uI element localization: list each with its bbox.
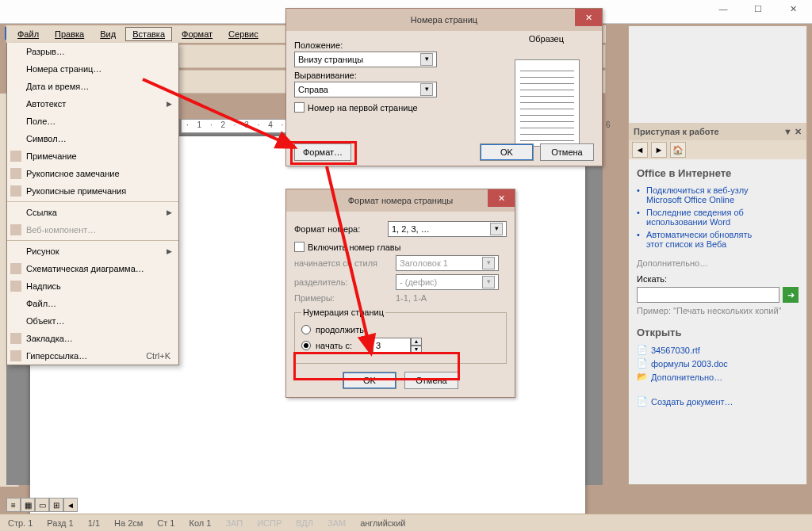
spinner-start-at[interactable]: ▲▼ — [373, 338, 422, 353]
dialog-number-format-title: Формат номера страницы ✕ — [286, 189, 515, 212]
status-line: Ст 1 — [157, 518, 174, 528]
taskpane-nav: ◄ ► 🏠 — [629, 140, 806, 159]
view-print[interactable]: ▭ — [35, 498, 49, 512]
menu-item-reference[interactable]: Ссылка▶ — [7, 204, 178, 221]
open-more[interactable]: 📂Дополнительно… — [637, 370, 799, 384]
nav-back-icon[interactable]: ◄ — [632, 142, 648, 158]
button-format[interactable]: Формат… — [294, 143, 351, 161]
value-examples: 1-1, 1-A — [396, 293, 427, 303]
label-starts-style: начинается со стиля — [294, 258, 389, 268]
label-examples: Примеры: — [294, 293, 389, 303]
group-numbering: Нумерация страниц продолжить начать с: ▲… — [294, 308, 507, 364]
view-web[interactable]: ▦ — [21, 498, 35, 512]
menu-item-field[interactable]: Поле… — [7, 113, 178, 130]
menu-item-datetime[interactable]: Дата и время… — [7, 78, 178, 95]
status-at: На 2см — [114, 518, 143, 528]
recent-file-2[interactable]: 📄формулы 2003.doc — [637, 357, 799, 370]
status-page: Стр. 1 — [8, 518, 33, 528]
taskpane-menu-icon[interactable]: ▼ — [783, 127, 792, 136]
menu-view[interactable]: Вид — [94, 28, 122, 40]
button-pn-ok[interactable]: OK — [480, 143, 534, 161]
section-open: Открыть — [637, 327, 799, 338]
menu-item-file[interactable]: Файл… — [7, 295, 178, 312]
status-col: Кол 1 — [189, 518, 211, 528]
view-normal[interactable]: ≡ — [6, 498, 21, 512]
button-fmt-ok[interactable]: OK — [343, 372, 396, 389]
checkbox-include-chapter[interactable]: Включить номер главы — [294, 242, 507, 252]
os-close-button[interactable]: ✕ — [776, 0, 810, 17]
menu-insert[interactable]: Вставка — [125, 27, 172, 41]
view-reading[interactable]: ◄ — [63, 498, 78, 512]
taskpane-search-input[interactable] — [637, 287, 779, 303]
label-separator: разделитель: — [294, 277, 389, 287]
button-fmt-cancel[interactable]: Отмена — [404, 372, 458, 389]
select-heading-style: Заголовок 1▾ — [396, 255, 499, 271]
status-lang[interactable]: английский — [360, 518, 405, 528]
menu-item-ink-notes[interactable]: Рукописные примечания — [7, 182, 178, 200]
dialog-page-numbers-close[interactable]: ✕ — [575, 9, 602, 26]
os-maximize-button[interactable]: ☐ — [741, 0, 776, 17]
link-more[interactable]: Дополнительно… — [637, 257, 799, 269]
dialog-page-numbers-title: Номера страниц ✕ — [286, 9, 602, 31]
menu-item-break[interactable]: Разрыв… — [7, 43, 178, 60]
taskpane-close-icon[interactable]: ✕ — [795, 127, 802, 136]
search-example: Пример: "Печать нескольких копий" — [637, 306, 799, 315]
menu-item-web-component: Веб-компонент… — [7, 221, 178, 239]
menu-edit[interactable]: Правка — [48, 28, 90, 40]
link-connect-office[interactable]: Подключиться к веб-узлуMicrosoft Office … — [637, 184, 799, 206]
os-minimize-button[interactable]: — — [706, 0, 741, 17]
status-ovr: ЗАМ — [327, 518, 346, 528]
insert-menu-dropdown: Разрыв… Номера страниц… Дата и время… Ав… — [6, 43, 179, 365]
status-pagecount: 1/1 — [88, 518, 100, 528]
input-start-value[interactable] — [373, 338, 411, 353]
menu-item-autotext[interactable]: Автотекст▶ — [7, 95, 178, 113]
menu-item-symbol[interactable]: Символ… — [7, 130, 178, 147]
status-ext: ВДЛ — [296, 518, 313, 528]
view-buttons: ≡ ▦ ▭ ⊞ ◄ — [6, 498, 78, 512]
radio-start-at[interactable]: начать с: ▲▼ — [301, 338, 500, 353]
radio-continue[interactable]: продолжить — [301, 325, 500, 334]
menu-item-textbox[interactable]: Надпись — [7, 277, 178, 295]
label-search: Искать: — [637, 274, 799, 284]
nav-fwd-icon[interactable]: ► — [651, 142, 667, 158]
select-position[interactable]: Внизу страницы▾ — [294, 52, 437, 67]
select-separator: - (дефис)▾ — [396, 274, 499, 290]
menu-item-ink-comment[interactable]: Рукописное замечание — [7, 165, 178, 182]
menu-format[interactable]: Формат — [175, 28, 219, 40]
menu-item-hyperlink[interactable]: Гиперссылка…Ctrl+K — [7, 347, 178, 365]
status-section: Разд 1 — [47, 518, 73, 528]
dialog-page-numbers: Номера страниц ✕ Положение: Внизу страни… — [285, 8, 603, 166]
menu-file[interactable]: Файл — [11, 28, 45, 40]
section-office-online: Office в Интернете — [637, 167, 799, 179]
menu-item-bookmark[interactable]: Закладка… — [7, 330, 178, 347]
spin-down[interactable]: ▼ — [411, 346, 422, 353]
select-number-format[interactable]: 1, 2, 3, …▾ — [388, 221, 507, 237]
status-rec: ЗАП — [225, 518, 243, 528]
link-auto-update[interactable]: Автоматически обновлятьэтот список из Ве… — [637, 228, 799, 250]
label-numfmt: Формат номера: — [294, 224, 381, 234]
create-new-doc[interactable]: 📄Создать документ… — [637, 395, 799, 408]
spin-up[interactable]: ▲ — [411, 338, 422, 346]
status-bar: Стр. 1 Разд 1 1/1 На 2см Ст 1 Кол 1 ЗАП … — [0, 514, 812, 531]
menu-item-object[interactable]: Объект… — [7, 312, 178, 330]
view-outline[interactable]: ⊞ — [49, 498, 63, 512]
preview-thumbnail — [515, 59, 580, 147]
menu-item-picture[interactable]: Рисунок▶ — [7, 243, 178, 260]
menu-item-diagram[interactable]: Схематическая диаграмма… — [7, 260, 178, 277]
menu-service[interactable]: Сервис — [222, 28, 265, 40]
dialog-number-format-close[interactable]: ✕ — [488, 189, 515, 207]
menu-item-page-numbers[interactable]: Номера страниц… — [7, 60, 178, 78]
nav-home-icon[interactable]: 🏠 — [670, 142, 686, 158]
status-trk: ИСПР — [257, 518, 282, 528]
menu-item-comment[interactable]: Примечание — [7, 147, 178, 165]
legend-numbering: Нумерация страниц — [301, 308, 385, 317]
link-latest-news[interactable]: Последние сведения обиспользовании Word — [637, 206, 799, 228]
dialog-number-format: Формат номера страницы ✕ Формат номера: … — [285, 189, 515, 398]
select-alignment[interactable]: Справа▾ — [294, 82, 437, 97]
taskpane-header: Приступая к работе ▼ ✕ — [629, 123, 806, 140]
task-pane: Приступая к работе ▼ ✕ ◄ ► 🏠 Office в Ин… — [628, 25, 807, 485]
search-go-button[interactable]: ➜ — [783, 287, 799, 303]
recent-file-1[interactable]: 📄34567030.rtf — [637, 343, 799, 357]
label-preview: Образец — [529, 34, 564, 44]
button-pn-cancel[interactable]: Отмена — [540, 143, 594, 161]
